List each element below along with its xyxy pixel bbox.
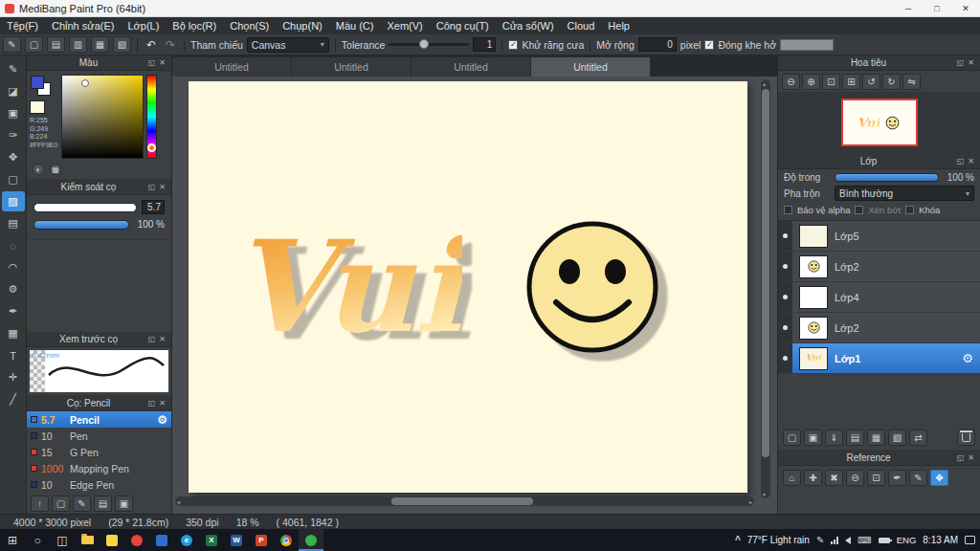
close-icon[interactable]: ✕ <box>157 58 167 67</box>
gradient-tool[interactable]: ▤ <box>2 213 25 233</box>
horizontal-scrollbar[interactable]: ◂ ▸ <box>175 496 754 506</box>
operation-tool[interactable]: ✛ <box>2 367 25 387</box>
brush-size-slider[interactable] <box>33 203 137 212</box>
brush-item-pen[interactable]: 10 Pen <box>27 428 171 444</box>
close-gap-checkbox[interactable]: ✓ <box>704 40 714 50</box>
brush-item-pencil[interactable]: 5.7 Pencil ⚙ <box>27 411 171 428</box>
layer-opacity-slider[interactable] <box>835 173 939 182</box>
navigator-view-frame[interactable]: Vui <box>841 99 918 146</box>
slider-knob[interactable] <box>419 39 429 49</box>
sv-indicator[interactable] <box>81 79 89 87</box>
tab-untitled-2[interactable]: Untitled <box>292 57 412 77</box>
select-rect-tool[interactable]: ▢ <box>2 169 25 189</box>
task-view-button[interactable]: ◫ <box>50 529 75 551</box>
medibang-taskbar-icon[interactable] <box>299 529 323 551</box>
menu-layer[interactable]: Lớp(L) <box>121 20 166 32</box>
edit-brush-icon[interactable]: ✎ <box>73 496 91 512</box>
current-color-swatch[interactable] <box>30 100 45 114</box>
brush-item-mapping-pen[interactable]: 1000 Mapping Pen <box>27 460 171 476</box>
layer-row-lop4[interactable]: Lớp4 <box>778 282 980 313</box>
clipping-checkbox[interactable] <box>855 206 863 214</box>
volume-icon[interactable] <box>845 537 851 544</box>
materials-icon[interactable]: ▧ <box>113 36 131 53</box>
menu-window[interactable]: Cửa sổ(W) <box>496 20 561 32</box>
slice-tool[interactable]: ╱ <box>2 389 25 409</box>
lasso-tool[interactable]: ◠ <box>2 257 25 277</box>
hand-icon[interactable]: ✥ <box>930 470 948 486</box>
powerpoint-icon[interactable]: P <box>249 529 274 551</box>
wrench-tool[interactable]: ⚙ <box>2 279 25 299</box>
pen-tray-icon[interactable]: ✎ <box>816 535 824 545</box>
blend-mode-dropdown[interactable]: Bình thường ▾ <box>835 186 974 201</box>
new-layer-icon[interactable]: ▢ <box>783 430 801 446</box>
keyboard-icon[interactable]: ⌨ <box>858 535 871 545</box>
home-icon[interactable]: ⌂ <box>783 470 801 486</box>
duplicate-brush-icon[interactable]: ▣ <box>115 496 133 512</box>
close-icon[interactable]: ✕ <box>966 157 976 165</box>
palette-icon[interactable]: ▤ <box>47 36 65 53</box>
fit-window-icon[interactable]: ⊡ <box>822 74 840 90</box>
popout-icon[interactable]: ◱ <box>146 399 157 408</box>
grid-tool[interactable]: ▦ <box>2 323 25 343</box>
layer-row-lop2a[interactable]: Lớp2 <box>778 252 980 282</box>
rotate-right-icon[interactable]: ↻ <box>882 74 901 90</box>
scroll-down-icon[interactable]: ▾ <box>763 491 766 497</box>
close-button[interactable]: ✕ <box>951 0 980 16</box>
actual-size-icon[interactable]: ⊞ <box>842 74 860 90</box>
scroll-up-icon[interactable]: ▴ <box>763 80 766 87</box>
zoom-in-icon[interactable]: ⊕ <box>802 74 820 90</box>
saturation-value-picker[interactable] <box>61 75 144 159</box>
search-button[interactable]: ○ <box>25 529 50 551</box>
redo-button[interactable]: ↷ <box>163 38 178 52</box>
blue-app-icon[interactable] <box>149 529 174 551</box>
weather-widget[interactable]: 77°F Light rain <box>747 535 810 545</box>
layer-row-lop2b[interactable]: Lớp2 <box>778 313 980 343</box>
red-app-icon[interactable] <box>124 529 149 551</box>
foreground-color-swatch[interactable] <box>31 76 44 89</box>
tolerance-slider[interactable] <box>389 43 469 46</box>
brush-folder-icon[interactable]: ▤ <box>94 496 112 512</box>
canvas-document[interactable]: Vui <box>189 81 747 493</box>
brush-item-gpen[interactable]: 15 G Pen <box>27 444 171 460</box>
word-icon[interactable]: W <box>224 529 249 551</box>
fit-icon[interactable]: ⊡ <box>867 470 885 486</box>
tab-untitled-1[interactable]: Untitled <box>172 57 292 77</box>
palette-grid-icon[interactable]: ▦ <box>50 164 61 175</box>
eyedropper-tool[interactable]: ✒ <box>2 301 25 321</box>
tray-expand-chevron[interactable]: ^ <box>735 535 741 545</box>
layer-visibility-toggle[interactable] <box>778 343 792 373</box>
text-tool[interactable]: T <box>2 345 25 365</box>
notes-app-icon[interactable] <box>100 529 124 551</box>
move-tool[interactable]: ✥ <box>2 147 25 167</box>
undo-button[interactable]: ↶ <box>144 38 159 52</box>
new-brush-icon[interactable]: ▢ <box>52 496 70 512</box>
clock[interactable]: 8:13 AM <box>923 535 958 545</box>
clear-icon[interactable]: ✖ <box>825 470 843 486</box>
menu-edit[interactable]: Chỉnh sửa(E) <box>45 20 121 32</box>
pen-tool[interactable]: ✎ <box>2 59 25 79</box>
menu-filter[interactable]: Bộ lọc(R) <box>166 20 223 32</box>
close-gap-swatch[interactable] <box>780 39 834 51</box>
chrome-icon[interactable] <box>274 529 299 551</box>
pen-icon[interactable]: ✎ <box>3 36 21 53</box>
start-button[interactable]: ⊞ <box>0 529 25 551</box>
menu-cloud[interactable]: Cloud <box>561 20 602 32</box>
tab-untitled-3[interactable]: Untitled <box>412 57 531 77</box>
menu-view[interactable]: Xem(V) <box>380 20 429 32</box>
zoom-out-icon[interactable]: ⊖ <box>846 470 864 486</box>
rotate-left-icon[interactable]: ↺ <box>862 74 880 90</box>
tolerance-value[interactable]: 1 <box>473 37 496 52</box>
move-up-icon[interactable]: ↑ <box>31 496 49 512</box>
gear-icon[interactable]: ⚙ <box>157 413 167 427</box>
layer-row-lop1-selected[interactable]: Vui Lớp1 ⚙ <box>778 343 980 374</box>
hue-indicator[interactable] <box>147 143 156 152</box>
layer-settings-gear-icon[interactable]: ⚙ <box>962 351 973 365</box>
close-icon[interactable]: ✕ <box>157 399 167 408</box>
reference-dropdown[interactable]: Canvas ▾ <box>247 37 329 53</box>
navigator-preview[interactable]: Vui <box>778 92 980 153</box>
menu-select[interactable]: Chọn(S) <box>223 20 276 32</box>
expand-value-input[interactable]: 0 <box>638 37 677 52</box>
battery-icon[interactable] <box>879 538 890 543</box>
layers-icon[interactable]: ▦ <box>91 36 109 53</box>
minimize-button[interactable]: ─ <box>894 0 923 16</box>
